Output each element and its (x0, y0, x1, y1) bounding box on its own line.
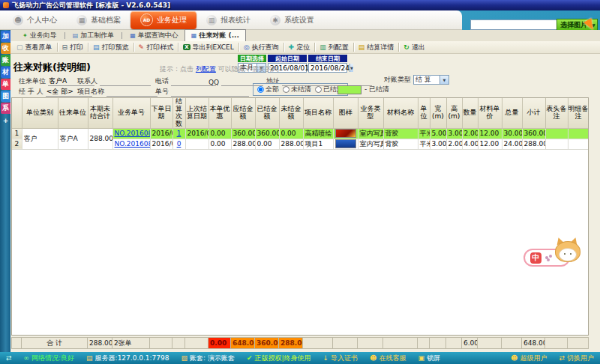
status-online-service[interactable]: ☻在线客服 (370, 354, 406, 363)
toolbar-exit[interactable]: ↻退出 (400, 42, 429, 53)
radio-未结清[interactable]: 未结清 (283, 85, 311, 94)
radio-input[interactable] (283, 86, 290, 93)
menu-report-stats[interactable]: ▥报表统计 (196, 11, 260, 29)
column-header-order-date[interactable]: 下单日期 (150, 98, 172, 128)
toolbar-print[interactable]: ⊟打印 (58, 42, 88, 53)
toolbar-view-original[interactable]: ▢查看原单 (13, 42, 56, 53)
project-name-field-input[interactable] (106, 87, 158, 97)
cell: 背胶 (383, 139, 418, 149)
window-titlebar: 飞扬动力广告公司管理软件 [标准版 - V2.6.0.543] (0, 0, 600, 10)
summary-cell (430, 338, 446, 349)
image-path-input[interactable] (470, 19, 557, 30)
status-import-cert[interactable]: ↓导入证书 (323, 354, 358, 363)
side-tab-加[interactable]: 加 (1, 31, 10, 42)
side-tab-图[interactable]: 图 (1, 91, 10, 102)
column-header-height-m[interactable]: 高(m) (446, 98, 462, 128)
column-header-detail-note[interactable]: 明细备注 (568, 98, 589, 128)
column-header-period-unsettled[interactable]: 本期未结合计 (88, 98, 112, 128)
column-header-project-name[interactable]: 项目名称 (303, 98, 333, 128)
toolbar-column-config[interactable]: ▥列配置 (316, 42, 352, 53)
side-tab-账[interactable]: 账 (1, 55, 10, 66)
column-header-order-no[interactable]: 业务单号 (112, 98, 150, 128)
radio-input[interactable] (315, 86, 322, 93)
status-layout-swap[interactable]: ⇄ (6, 354, 12, 362)
column-header-artwork[interactable]: 图样 (333, 98, 358, 128)
reconciliation-type-select[interactable]: 结 算 ▼ (413, 75, 449, 85)
side-tab-收[interactable]: 收 (1, 43, 10, 54)
toolbar-locate[interactable]: ✚定位 (285, 42, 314, 53)
cell: 360.00 (522, 128, 545, 139)
side-tab-+[interactable]: + (1, 115, 10, 126)
column-header-unsettled-amount[interactable]: 未结金额 (279, 98, 303, 128)
ime-chinese-indicator[interactable]: 中 (530, 252, 542, 264)
link-icon: ∞ (24, 354, 30, 362)
column-header-last-settle-date[interactable]: 上次结算日期 (185, 98, 208, 128)
toolbar-separator (178, 43, 178, 52)
tab-business-wizard[interactable]: ✦业务向导 (16, 30, 63, 41)
column-header-settled-amount[interactable]: 已结金额 (255, 98, 279, 128)
artwork-thumbnail[interactable] (335, 139, 356, 148)
column-header-biz-type[interactable]: 业务类型 (358, 98, 383, 128)
column-header-discount[interactable]: 本单优惠 (208, 98, 231, 128)
cell: 360.00 (255, 128, 279, 139)
status-lock-screen[interactable]: ▣锁屏 (418, 354, 440, 363)
column-header-unit-type[interactable]: 单位类别 (22, 98, 58, 128)
ime-toolbar[interactable]: 中 (524, 249, 570, 267)
tab-process-order[interactable]: ▤加工制作单 (67, 30, 121, 41)
column-config-link[interactable]: 列配置 (196, 65, 216, 73)
tab-bar: ✦业务向导▤加工制作单▦单据查询中心▦往来对账 (... (10, 30, 600, 41)
column-header-width-m[interactable]: 宽(m) (430, 98, 446, 128)
order-number-link[interactable]: NO.201608230007 (115, 130, 151, 137)
date-select-2[interactable]: 2016/08/24▼ (308, 63, 347, 73)
cell: 2016/08/23 (150, 128, 172, 139)
column-header-settle-count[interactable]: 结算次数 (172, 98, 185, 128)
order-no-field-input[interactable] (171, 87, 249, 97)
column-header-material-name[interactable]: 材料名称 (383, 98, 418, 128)
contact-field-input[interactable] (100, 76, 151, 86)
order-number-link[interactable]: NO.201608240001 (115, 140, 151, 148)
column-header-due-amount[interactable]: 应结金额 (231, 98, 255, 128)
date-filter-header: 结束日期 (308, 55, 347, 62)
tab-account-reconciliation[interactable]: ▦往来对账 (... (184, 29, 246, 41)
column-header-unit[interactable]: 单位 (418, 98, 430, 128)
column-header-unit-name[interactable]: 往来单位 (58, 98, 88, 128)
settle-count-link[interactable]: 0 (177, 140, 182, 148)
status-label: 导入证书 (331, 354, 358, 363)
column-header-material-price[interactable]: 材料单价 (478, 98, 502, 128)
field-label: 电话 (155, 76, 169, 86)
menu-basic-archive[interactable]: ▦基础档案 (67, 11, 130, 29)
toolbar-export-excel[interactable]: X导出到EXCEL (179, 42, 238, 53)
column-header-subtotal[interactable]: 小计 (522, 98, 545, 128)
toolbar-run-query[interactable]: ◎执行查询 (240, 42, 283, 53)
side-tab-单[interactable]: 单 (1, 79, 10, 90)
toolbar-separator (353, 43, 354, 52)
column-header-qty[interactable]: 数量 (462, 98, 478, 128)
status-switch-user[interactable]: ⇄切换用户 (559, 354, 594, 363)
side-tab-系[interactable]: 系 (1, 103, 10, 114)
settle-count-link[interactable]: 1 (177, 130, 182, 137)
menu-system-settings[interactable]: ✱系统设置 (260, 11, 324, 29)
summary-cell (150, 338, 172, 349)
toolbar-print-style[interactable]: ✎打印样式 (135, 42, 178, 53)
printer-icon: ⊟ (62, 43, 68, 51)
menu-business-process[interactable]: AD业务处理 (130, 11, 196, 29)
column-header-row-num[interactable] (12, 98, 22, 128)
summary-cell: 648.00 (231, 338, 255, 349)
toolbar-settle-detail[interactable]: ▤结算详情 (355, 42, 398, 53)
status-super-user[interactable]: ☻超级用户 (511, 354, 547, 363)
view-doc-icon: ▢ (16, 43, 23, 51)
radio-input[interactable] (257, 86, 264, 93)
toolbar-separator (398, 43, 399, 52)
column-header-header-note[interactable]: 表头备注 (545, 98, 568, 128)
summary-cell: 648.00 (522, 338, 545, 349)
cell: 2016/08/24 (150, 139, 172, 149)
side-tab-材[interactable]: 材 (1, 67, 10, 78)
column-header-total-qty[interactable]: 总量 (502, 98, 522, 128)
toolbar-label: 打印 (70, 43, 83, 52)
artwork-thumbnail[interactable] (335, 129, 356, 138)
radio-全部[interactable]: 全部 (257, 85, 279, 94)
menu-personal-center[interactable]: ☻个人中心 (3, 11, 67, 29)
tab-document-query-center[interactable]: ▦单据查询中心 (124, 30, 184, 41)
table-row[interactable]: 1客户客户A288.00NO.2016082300072016/08/23120… (12, 128, 589, 139)
toolbar-print-preview[interactable]: ▤打印预览 (89, 42, 133, 53)
